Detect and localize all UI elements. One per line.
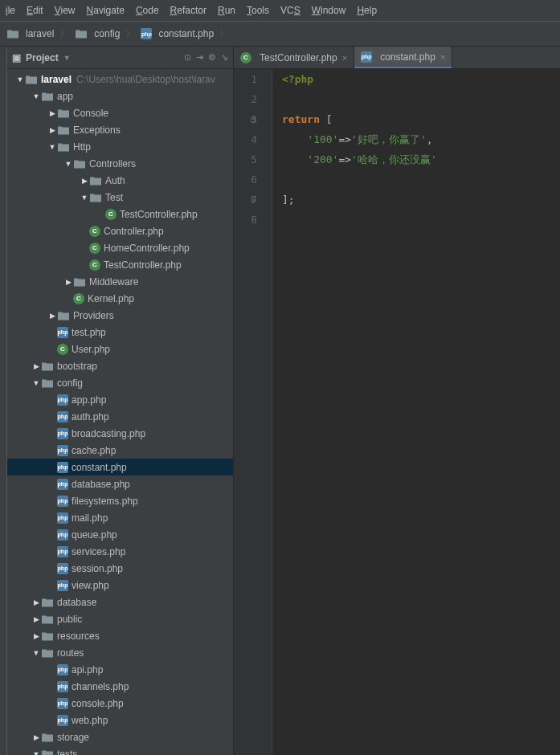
tree-item-Controllers[interactable]: Controllers	[7, 155, 233, 172]
tree-item-public[interactable]: public	[7, 610, 233, 627]
tree-item-Exceptions[interactable]: Exceptions	[7, 121, 233, 138]
tree-item-resources[interactable]: resources	[7, 627, 233, 644]
close-icon[interactable]: ×	[342, 53, 347, 63]
tree-arrow-icon[interactable]	[47, 109, 57, 117]
string: '哈哈，你还没赢'	[351, 153, 437, 165]
tree-arrow-icon[interactable]	[47, 126, 57, 134]
project-label: Project	[26, 52, 59, 63]
project-tree[interactable]: laravelC:\Users\hua\Desktop\host\laravap…	[7, 69, 233, 755]
gear-icon[interactable]: ⚙	[208, 52, 216, 63]
tree-item-Middleware[interactable]: Middleware	[7, 273, 233, 290]
locate-icon[interactable]: ⊙	[184, 52, 191, 63]
php-file-icon: php	[57, 529, 68, 541]
tab-TestController-php[interactable]: CTestController.php×	[234, 47, 354, 68]
collapse-icon[interactable]: ⇥	[196, 52, 203, 63]
tree-label: app	[57, 91, 73, 102]
breadcrumb-laravel[interactable]: laravel	[2, 26, 59, 42]
php-file-icon: php	[141, 28, 152, 39]
folder-icon	[41, 360, 54, 373]
tree-item-mail-php[interactable]: phpmail.php	[7, 509, 233, 526]
hide-icon[interactable]: ↘	[221, 52, 228, 63]
tree-item-web-php[interactable]: phpweb.php	[7, 712, 233, 728]
tree-arrow-icon[interactable]	[63, 160, 73, 168]
tree-item-storage[interactable]: storage	[7, 728, 233, 745]
tree-item-laravel[interactable]: laravelC:\Users\hua\Desktop\host\larav	[7, 71, 233, 88]
tree-item-tests[interactable]: tests	[7, 745, 233, 755]
tree-item-test-php[interactable]: phptest.php	[7, 324, 233, 341]
tree-item-app-php[interactable]: phpapp.php	[7, 391, 233, 408]
menu-tools[interactable]: Tools	[241, 2, 275, 18]
tree-item-api-php[interactable]: phpapi.php	[7, 661, 233, 678]
close-icon[interactable]: ×	[440, 52, 445, 62]
chevron-down-icon[interactable]: ▼	[63, 54, 71, 62]
tree-item-services-php[interactable]: phpservices.php	[7, 543, 233, 560]
menu-edit[interactable]: Edit	[21, 2, 49, 18]
tree-item-auth-php[interactable]: phpauth.php	[7, 408, 233, 425]
tree-item-filesystems-php[interactable]: phpfilesystems.php	[7, 492, 233, 509]
tree-item-config[interactable]: config	[7, 374, 233, 391]
menu-ile[interactable]: ile	[0, 2, 21, 18]
tree-arrow-icon[interactable]	[47, 143, 57, 151]
tree-arrow-icon[interactable]	[80, 177, 89, 185]
tree-item-User-php[interactable]: CUser.php	[7, 341, 233, 357]
fold-icon[interactable]: ⊟	[251, 109, 255, 129]
tree-item-app[interactable]: app	[7, 88, 233, 104]
tab-constant-php[interactable]: phpconstant.php×	[354, 47, 452, 68]
tree-item-HomeController-php[interactable]: CHomeController.php	[7, 239, 233, 256]
tree-arrow-icon[interactable]	[31, 362, 41, 370]
tree-item-queue-php[interactable]: phpqueue.php	[7, 526, 233, 543]
breadcrumb-constant.php[interactable]: phpconstant.php	[136, 27, 219, 41]
tree-item-Controller-php[interactable]: CController.php	[7, 222, 233, 239]
tool-window-stripe[interactable]	[0, 47, 7, 755]
tree-arrow-icon[interactable]	[15, 76, 25, 84]
tree-item-broadcasting-php[interactable]: phpbroadcasting.php	[7, 425, 233, 442]
tree-item-session-php[interactable]: phpsession.php	[7, 560, 233, 577]
tree-item-TestController-php[interactable]: CTestController.php	[7, 256, 233, 273]
menu-navigate[interactable]: Navigate	[81, 2, 130, 18]
tree-arrow-icon[interactable]	[31, 632, 41, 640]
code-editor[interactable]: 123⊟4567⊡8 <?php return [ '100'=>'好吧，你赢了…	[234, 69, 560, 755]
tree-item-Console[interactable]: Console	[7, 104, 233, 121]
menu-window[interactable]: Window	[306, 2, 352, 18]
tree-arrow-icon[interactable]	[31, 615, 41, 623]
string: '好吧，你赢了'	[351, 133, 427, 145]
line-number: 2	[234, 89, 257, 109]
tree-item-Providers[interactable]: Providers	[7, 307, 233, 324]
menu-vcs[interactable]: VCS	[275, 2, 306, 18]
tree-item-view-php[interactable]: phpview.php	[7, 577, 233, 594]
tree-label: Auth	[105, 175, 125, 186]
tree-item-bootstrap[interactable]: bootstrap	[7, 357, 233, 374]
code-content[interactable]: <?php return [ '100'=>'好吧，你赢了', '200'=>'…	[272, 69, 560, 755]
tree-item-Auth[interactable]: Auth	[7, 172, 233, 189]
tree-arrow-icon[interactable]	[31, 733, 41, 741]
breadcrumb-config[interactable]: config	[70, 26, 125, 42]
menu-refactor[interactable]: Refactor	[165, 2, 212, 18]
php-class-icon: C	[105, 209, 116, 220]
tree-item-Test[interactable]: Test	[7, 189, 233, 206]
tree-arrow-icon[interactable]	[63, 278, 73, 286]
tree-item-console-php[interactable]: phpconsole.php	[7, 695, 233, 712]
menu-code[interactable]: Code	[130, 2, 165, 18]
tree-arrow-icon[interactable]	[31, 649, 41, 657]
tree-item-TestController-php[interactable]: CTestController.php	[7, 206, 233, 222]
tree-item-constant-php[interactable]: phpconstant.php	[7, 459, 233, 475]
tree-item-Kernel-php[interactable]: CKernel.php	[7, 290, 233, 307]
tree-arrow-icon[interactable]	[47, 312, 57, 320]
tree-arrow-icon[interactable]	[31, 598, 41, 606]
tree-arrow-icon[interactable]	[80, 194, 89, 202]
tree-label: broadcasting.php	[72, 428, 145, 439]
tree-item-Http[interactable]: Http	[7, 138, 233, 155]
menu-view[interactable]: View	[49, 2, 81, 18]
tree-item-routes[interactable]: routes	[7, 644, 233, 661]
menu-run[interactable]: Run	[212, 2, 241, 18]
tree-item-channels-php[interactable]: phpchannels.php	[7, 678, 233, 695]
tree-arrow-icon[interactable]	[31, 92, 41, 100]
tree-arrow-icon[interactable]	[31, 379, 41, 387]
tree-item-database[interactable]: database	[7, 594, 233, 610]
menu-help[interactable]: Help	[351, 2, 382, 18]
tree-item-cache-php[interactable]: phpcache.php	[7, 442, 233, 459]
tree-arrow-icon[interactable]	[31, 750, 41, 756]
tree-item-database-php[interactable]: phpdatabase.php	[7, 475, 233, 492]
fold-icon[interactable]: ⊡	[251, 190, 255, 210]
tree-label: filesystems.php	[72, 496, 138, 507]
